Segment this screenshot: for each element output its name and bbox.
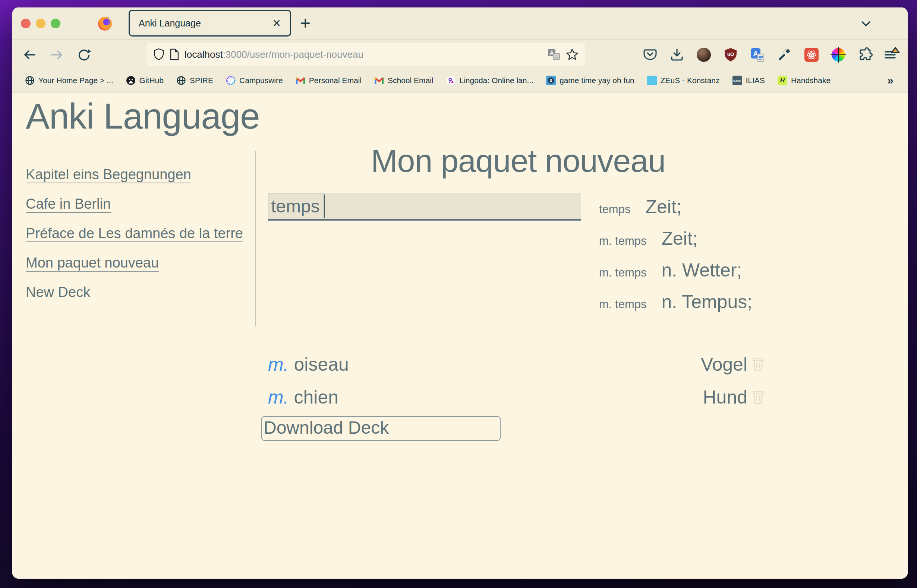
result-term: temps bbox=[599, 199, 630, 220]
url-host: localhost bbox=[184, 49, 223, 60]
sidebar-link-cafe[interactable]: Cafe in Berlin bbox=[26, 192, 249, 216]
tab-separator bbox=[108, 16, 108, 31]
globe-icon bbox=[25, 76, 35, 85]
bookmark-label: ZEuS - Konstanz bbox=[661, 76, 720, 85]
bookmark-campuswire[interactable]: Campuswire bbox=[226, 76, 283, 85]
bookmark-label: Campuswire bbox=[239, 76, 283, 85]
bookmark-label: Personal Email bbox=[309, 76, 362, 85]
reload-button[interactable] bbox=[76, 47, 92, 63]
color-wheel-icon bbox=[831, 48, 845, 61]
avatar bbox=[697, 48, 711, 62]
search-results: temps Zeit; m. temps Zeit; m. temps n. W… bbox=[599, 196, 752, 323]
bookmark-spire[interactable]: SPIRE bbox=[176, 76, 213, 85]
text-caret bbox=[324, 194, 325, 218]
page-info-icon[interactable] bbox=[170, 48, 179, 60]
deck-title: Mon paquet nouveau bbox=[268, 144, 768, 178]
svg-text:✩: ✩ bbox=[555, 54, 558, 59]
tab-close-icon[interactable]: ✕ bbox=[272, 17, 281, 29]
svg-text:uO: uO bbox=[727, 52, 734, 57]
card-row: m.oiseau Vogel bbox=[268, 353, 765, 376]
card-front-word: chien bbox=[294, 387, 339, 408]
bookmark-home[interactable]: Your Home Page > ... bbox=[25, 76, 113, 85]
lingoda-icon bbox=[446, 76, 456, 85]
downloads-icon[interactable] bbox=[669, 47, 685, 63]
ilias-icon: ILIAS bbox=[733, 76, 742, 85]
shield-icon[interactable] bbox=[153, 48, 164, 61]
search-input[interactable]: temps bbox=[268, 193, 581, 221]
forward-button[interactable] bbox=[49, 47, 65, 63]
svg-text:X: X bbox=[550, 78, 552, 84]
globe-icon bbox=[176, 76, 186, 85]
pocket-icon[interactable] bbox=[642, 47, 658, 63]
card-back-word: Hund bbox=[703, 386, 747, 408]
result-term: m. temps bbox=[599, 294, 646, 315]
colorzilla-icon[interactable] bbox=[830, 47, 847, 63]
window-controls bbox=[21, 19, 60, 28]
bookmark-label: Handshake bbox=[791, 76, 831, 85]
result-row[interactable]: temps Zeit; bbox=[599, 196, 752, 220]
traffic-light-close[interactable] bbox=[21, 19, 31, 28]
bookmark-label: Lingoda: Online lan... bbox=[459, 76, 534, 85]
sidebar-link-preface[interactable]: Préface de Les damnés de la terre bbox=[26, 221, 249, 245]
bookmark-star-icon[interactable] bbox=[566, 48, 579, 61]
trash-icon[interactable] bbox=[752, 357, 765, 372]
campuswire-icon bbox=[226, 76, 236, 85]
extensions-puzzle-icon[interactable] bbox=[857, 47, 873, 63]
menu-hamburger-icon[interactable] bbox=[884, 47, 900, 63]
bookmark-handshake[interactable]: H Handshake bbox=[778, 76, 831, 85]
ublock-origin-icon[interactable]: uO bbox=[723, 47, 739, 63]
react-devtools-icon[interactable] bbox=[803, 47, 820, 63]
trash-icon[interactable] bbox=[752, 389, 765, 405]
result-definition: n. Wetter; bbox=[661, 259, 742, 281]
result-row[interactable]: m. temps Zeit; bbox=[599, 228, 752, 251]
gmail-icon bbox=[296, 76, 305, 85]
card-back: Vogel bbox=[701, 354, 765, 375]
card-row: m.chien Hund bbox=[268, 386, 765, 409]
card-front: m.chien bbox=[268, 386, 338, 408]
wrench-icon[interactable] bbox=[776, 47, 792, 63]
traffic-light-minimize[interactable] bbox=[36, 19, 45, 28]
translate-extension-icon[interactable]: A bbox=[749, 47, 766, 63]
translate-page-icon[interactable]: A ✩ bbox=[547, 48, 561, 61]
result-row[interactable]: m. temps n. Wetter; bbox=[599, 259, 752, 283]
bookmarks-bar: Your Home Page > ... GitHub SPIRE Campus… bbox=[12, 69, 908, 92]
bookmark-label: GitHub bbox=[139, 76, 163, 85]
bookmark-label: ILIAS bbox=[746, 76, 765, 85]
bookmark-lingoda[interactable]: Lingoda: Online lan... bbox=[446, 76, 534, 85]
bookmark-label: SPIRE bbox=[190, 76, 213, 85]
url-text: localhost:3000/user/mon-paquet-nouveau bbox=[184, 49, 542, 60]
browser-tab[interactable]: Anki Language ✕ bbox=[129, 10, 291, 37]
result-definition: Zeit; bbox=[645, 196, 681, 218]
result-row[interactable]: m. temps n. Tempus; bbox=[599, 291, 752, 315]
card-front-word: oiseau bbox=[294, 354, 349, 375]
bookmark-label: Your Home Page > ... bbox=[39, 76, 113, 85]
gender-label: m. bbox=[268, 387, 289, 408]
gmail-icon bbox=[374, 76, 384, 85]
sidebar-link-kapitel[interactable]: Kapitel eins Begegnungen bbox=[26, 163, 249, 186]
result-definition: Zeit; bbox=[661, 228, 697, 249]
card-front: m.oiseau bbox=[268, 354, 349, 375]
download-deck-button[interactable]: Download Deck bbox=[261, 416, 501, 441]
bookmark-zeus[interactable]: ZEuS - Konstanz bbox=[647, 76, 720, 85]
traffic-light-zoom[interactable] bbox=[51, 19, 60, 28]
sidebar-new-deck[interactable]: New Deck bbox=[26, 280, 249, 304]
zeus-icon bbox=[647, 76, 657, 85]
sidebar-link-mon-paquet[interactable]: Mon paquet nouveau bbox=[26, 251, 249, 275]
bookmark-ilias[interactable]: ILIAS ILIAS bbox=[733, 76, 765, 85]
url-path: :3000/user/mon-paquet-nouveau bbox=[223, 49, 364, 60]
result-term: m. temps bbox=[599, 231, 646, 251]
new-tab-button[interactable]: + bbox=[300, 14, 311, 32]
back-button[interactable] bbox=[22, 47, 38, 63]
bookmark-github[interactable]: GitHub bbox=[126, 76, 163, 85]
bookmarks-overflow-chevron[interactable]: » bbox=[887, 74, 893, 87]
gender-label: m. bbox=[268, 354, 289, 375]
url-bar[interactable]: localhost:3000/user/mon-paquet-nouveau A… bbox=[147, 43, 585, 66]
card-back-word: Vogel bbox=[701, 354, 747, 375]
bookmark-game-time[interactable]: X game time yay oh fun bbox=[546, 76, 634, 85]
composition-box bbox=[268, 193, 324, 219]
bookmark-school-email[interactable]: School Email bbox=[374, 76, 433, 85]
bookmark-personal-email[interactable]: Personal Email bbox=[296, 76, 362, 85]
tab-list-chevron-icon[interactable] bbox=[859, 18, 873, 29]
site-title: Anki Language bbox=[26, 98, 260, 135]
account-avatar[interactable] bbox=[695, 47, 712, 63]
